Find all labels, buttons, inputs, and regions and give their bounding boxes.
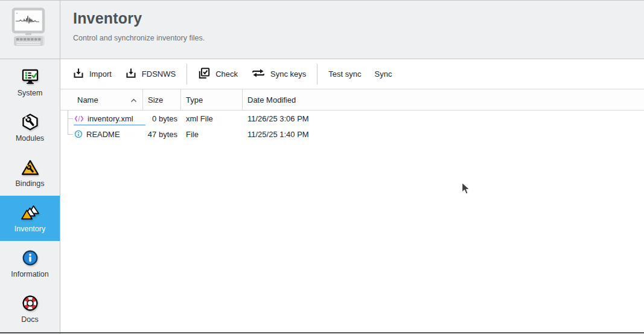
test-sync-button[interactable]: Test sync bbox=[322, 65, 368, 83]
column-header-type[interactable]: Type bbox=[181, 89, 243, 110]
sidebar-item-bindings[interactable]: Bindings bbox=[0, 150, 60, 196]
cell-name: inventory.xml bbox=[60, 111, 143, 126]
sidebar-item-label: Information bbox=[11, 270, 49, 278]
page-title: Inventory bbox=[73, 10, 644, 27]
import-icon bbox=[72, 67, 84, 81]
cell-name: README bbox=[60, 126, 143, 142]
column-label: Name bbox=[77, 95, 98, 104]
cell-type: File bbox=[181, 130, 243, 139]
info-circle-icon bbox=[22, 249, 39, 267]
column-header-date-modified[interactable]: Date Modified bbox=[243, 89, 644, 110]
mouse-cursor bbox=[461, 182, 471, 199]
sync-arrows-icon bbox=[251, 68, 266, 80]
sidebar-item-label: Docs bbox=[21, 315, 38, 324]
xml-file-icon bbox=[74, 115, 84, 123]
import-icon bbox=[125, 67, 137, 81]
hexagon-wrench-icon bbox=[22, 113, 39, 131]
toolbar-separator bbox=[187, 64, 187, 85]
toolbar: Import FDSNWS bbox=[60, 59, 644, 89]
table-row[interactable]: inventory.xml 0 bytes xml File 11/26/25 … bbox=[60, 111, 644, 126]
column-label: Size bbox=[148, 95, 163, 104]
seiscomp-logo-icon bbox=[7, 5, 53, 54]
sort-ascending-icon bbox=[130, 95, 137, 104]
column-header-size[interactable]: Size bbox=[143, 89, 181, 110]
check-button[interactable]: Check bbox=[191, 62, 244, 86]
file-name: README bbox=[86, 130, 120, 139]
cell-type: xml File bbox=[181, 114, 243, 123]
cell-size: 0 bytes bbox=[143, 114, 181, 123]
checkbox-layers-icon bbox=[198, 67, 211, 82]
sidebar-item-label: Bindings bbox=[16, 179, 45, 188]
app-window: System Modules bbox=[0, 0, 644, 334]
readme-file-icon bbox=[74, 130, 83, 138]
cell-date-modified: 11/26/25 3:06 PM bbox=[243, 114, 309, 123]
sidebar-item-label: Inventory bbox=[14, 225, 45, 233]
page-subtitle: Control and synchronize inventory files. bbox=[73, 34, 644, 42]
column-label: Date Modified bbox=[247, 95, 296, 104]
lifebuoy-icon bbox=[21, 294, 39, 312]
button-label: Sync keys bbox=[270, 69, 306, 79]
main-panel: Inventory Control and synchronize invent… bbox=[60, 1, 644, 334]
import-button[interactable]: Import bbox=[66, 62, 118, 86]
sidebar-item-information[interactable]: Information bbox=[0, 241, 60, 286]
file-name: inventory.xml bbox=[88, 114, 133, 123]
page-header: Inventory Control and synchronize invent… bbox=[60, 1, 644, 59]
toolbar-separator bbox=[317, 64, 317, 85]
button-label: Check bbox=[215, 69, 238, 79]
column-header-name[interactable]: Name bbox=[60, 89, 143, 110]
cell-date-modified: 11/25/25 1:40 PM bbox=[243, 130, 309, 139]
sidebar-item-system[interactable]: System bbox=[0, 60, 60, 105]
table-row[interactable]: README 47 bytes File 11/25/25 1:40 PM bbox=[60, 126, 644, 142]
button-label: Test sync bbox=[328, 69, 361, 79]
sync-keys-button[interactable]: Sync keys bbox=[244, 63, 313, 85]
sidebar-item-label: Modules bbox=[16, 134, 44, 143]
sidebar-item-docs[interactable]: Docs bbox=[0, 286, 60, 332]
file-list: inventory.xml 0 bytes xml File 11/26/25 … bbox=[60, 111, 644, 142]
system-monitor-checklist-icon bbox=[21, 68, 39, 86]
warning-triangle-wrench-icon bbox=[21, 158, 39, 176]
sync-button[interactable]: Sync bbox=[368, 65, 398, 83]
window-bottom-edge bbox=[0, 332, 644, 333]
app-logo bbox=[0, 1, 60, 59]
column-label: Type bbox=[186, 95, 203, 104]
button-label: Import bbox=[89, 69, 112, 79]
button-label: FDSNWS bbox=[142, 69, 176, 79]
triangles-icon bbox=[21, 204, 39, 222]
sidebar-item-modules[interactable]: Modules bbox=[0, 105, 60, 150]
file-table-header: Name Size Type Date Modified bbox=[60, 89, 644, 111]
sidebar-nav: System Modules bbox=[0, 60, 60, 332]
sidebar-item-inventory[interactable]: Inventory bbox=[0, 196, 60, 241]
sidebar-item-label: System bbox=[18, 89, 43, 97]
cell-size: 47 bytes bbox=[143, 130, 181, 139]
fdsnws-button[interactable]: FDSNWS bbox=[118, 62, 182, 86]
sidebar: System Modules bbox=[0, 1, 60, 334]
button-label: Sync bbox=[374, 69, 392, 79]
